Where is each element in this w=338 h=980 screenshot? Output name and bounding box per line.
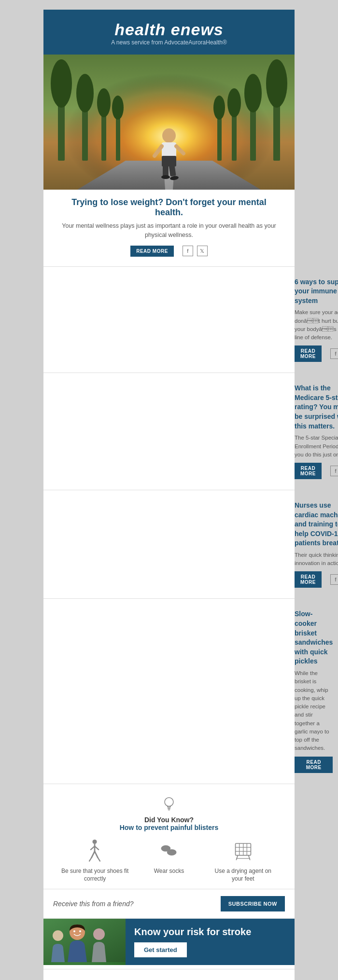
stroke-get-started-button[interactable]: Get started <box>134 942 187 957</box>
divider-5 <box>43 784 295 784</box>
hero-twitter-icon[interactable]: 𝕏 <box>197 246 208 256</box>
article-row-nurses: Nurses use cardiac machine and training … <box>43 494 295 594</box>
email-container: health enews A news service from Advocat… <box>43 10 295 980</box>
stroke-banner-content: Know your risk for stroke Get started <box>126 919 295 965</box>
article-title-nurses: Nurses use cardiac machine and training … <box>295 501 338 548</box>
dyk-tip-shoes-text: Be sure that your shoes fit correctly <box>61 867 129 883</box>
article-row-immune: 6 ways to support your immune system Mak… <box>43 271 295 369</box>
article-content-immune: 6 ways to support your immune system Mak… <box>295 277 338 362</box>
dyk-tip-socks-text: Wear socks <box>154 867 184 875</box>
svg-point-7 <box>97 88 111 117</box>
article-content-medicare: What is the Medicare 5-star rating? You … <box>295 384 338 479</box>
svg-point-11 <box>266 59 287 108</box>
dyk-tip-dryer: Use a drying agent on your feet <box>209 839 277 883</box>
article-social-medicare: f 𝕏 <box>330 466 338 476</box>
svg-line-39 <box>98 857 100 861</box>
divider-1 <box>43 266 295 267</box>
article-read-more-button-nurses[interactable]: READ MORE <box>295 571 322 588</box>
wednesday-wisdom-section: Wednesday Wisdom "Create this imaginary … <box>43 973 295 980</box>
svg-point-20 <box>162 128 176 143</box>
article-content-recipe: Slow-cooker brisket sandwiches with quic… <box>295 609 333 773</box>
dyk-tip-shoes: Be sure that your shoes fit correctly <box>61 839 129 883</box>
svg-point-53 <box>93 928 105 940</box>
header: health enews A news service from Advocat… <box>43 10 295 55</box>
svg-point-13 <box>244 74 262 112</box>
svg-line-38 <box>89 857 92 861</box>
header-subtitle: A news service from AdvocateAuroraHealth… <box>53 39 285 46</box>
article-row-medicare: What is the Medicare 5-star rating? You … <box>43 377 295 486</box>
svg-point-41 <box>167 849 177 855</box>
article-desc-immune: Make sure your actions donât hurt but … <box>295 308 338 342</box>
article-read-more-button-medicare[interactable]: READ MORE <box>295 463 322 479</box>
svg-point-17 <box>213 96 225 120</box>
article-desc-nurses: Their quick thinking is innovation in ac… <box>295 551 338 568</box>
article-content-nurses: Nurses use cardiac machine and training … <box>295 501 338 588</box>
svg-point-5 <box>76 74 94 112</box>
svg-point-3 <box>51 59 72 108</box>
article-desc-recipe: While the brisket is cooking, whip up th… <box>295 669 333 753</box>
hero-image-inner <box>43 55 295 190</box>
article-title-immune: 6 ways to support your immune system <box>295 277 338 306</box>
socks-icon <box>158 839 180 863</box>
divider-3 <box>43 490 295 490</box>
stroke-banner-image <box>43 919 126 965</box>
subscribe-text: Receive this from a friend? <box>53 900 134 908</box>
article-social-immune: f 𝕏 <box>330 348 338 359</box>
article-facebook-icon-nurses[interactable]: f <box>330 574 338 585</box>
article-read-more-button-immune[interactable]: READ MORE <box>295 345 322 362</box>
stroke-banner-title: Know your risk for stroke <box>134 926 286 938</box>
header-title: health enews <box>53 20 285 39</box>
article-facebook-icon-immune[interactable]: f <box>330 348 338 359</box>
did-you-know-section: Did You Know? How to prevent painful bli… <box>43 788 295 889</box>
svg-point-32 <box>93 839 97 843</box>
svg-point-54 <box>53 930 63 941</box>
svg-line-36 <box>92 851 95 857</box>
dyk-title: Did You Know? <box>53 816 285 824</box>
stroke-banner: Know your risk for stroke Get started <box>43 919 295 965</box>
hero-article-subtitle: Your mental wellness plays just as impor… <box>58 221 280 240</box>
article-facebook-icon-medicare[interactable]: f <box>330 466 338 476</box>
hero-article-title: Trying to lose weight? Don't forget your… <box>58 197 280 218</box>
article-title-medicare: What is the Medicare 5-star rating? You … <box>295 384 338 431</box>
hero-social-icons: f 𝕏 <box>183 246 208 256</box>
hero-scene-svg <box>43 55 295 190</box>
hero-read-more-button[interactable]: READ MORE <box>130 246 174 257</box>
article-actions-nurses: READ MORE f 𝕏 <box>295 571 338 588</box>
svg-line-37 <box>95 851 98 857</box>
dyk-tip-dryer-text: Use a drying agent on your feet <box>209 867 277 883</box>
svg-line-48 <box>236 855 238 860</box>
hero-image <box>43 55 295 190</box>
divider-4 <box>43 598 295 599</box>
svg-point-25 <box>161 175 170 179</box>
svg-point-29 <box>165 798 173 806</box>
hero-action-row: READ MORE f 𝕏 <box>58 246 280 257</box>
article-actions-immune: READ MORE f 𝕏 <box>295 345 338 362</box>
walking-icon <box>84 839 106 863</box>
article-social-nurses: f 𝕏 <box>330 574 338 585</box>
dyk-lightbulb-icon <box>53 797 285 814</box>
svg-line-49 <box>248 855 250 860</box>
divider-2 <box>43 373 295 373</box>
article-title-recipe: Slow-cooker brisket sandwiches with quic… <box>295 609 333 666</box>
subscribe-button[interactable]: SUBSCRIBE NOW <box>221 896 285 911</box>
article-row-recipe: Slow-cooker brisket sandwiches with quic… <box>43 603 295 779</box>
hero-section: Trying to lose weight? Don't forget your… <box>43 190 295 262</box>
article-desc-medicare: The 5-star Special Enrollment Period let… <box>295 434 338 459</box>
divider-6 <box>43 969 295 969</box>
article-read-more-button-recipe[interactable]: READ MORE <box>295 757 333 773</box>
svg-point-56 <box>79 930 81 932</box>
dyk-tip-socks: Wear socks <box>135 839 203 875</box>
dyk-tips-row: Be sure that your shoes fit correctly We… <box>53 839 285 883</box>
svg-point-15 <box>227 88 241 117</box>
svg-point-55 <box>73 930 75 932</box>
hero-facebook-icon[interactable]: f <box>183 246 193 256</box>
subscribe-row: Receive this from a friend? SUBSCRIBE NO… <box>43 889 295 919</box>
article-actions-medicare: READ MORE f 𝕏 <box>295 463 338 479</box>
dyk-subtitle: How to prevent painful blisters <box>53 824 285 831</box>
svg-point-9 <box>112 96 124 120</box>
article-actions-recipe: READ MORE <box>295 757 333 773</box>
dryer-icon <box>232 839 254 863</box>
